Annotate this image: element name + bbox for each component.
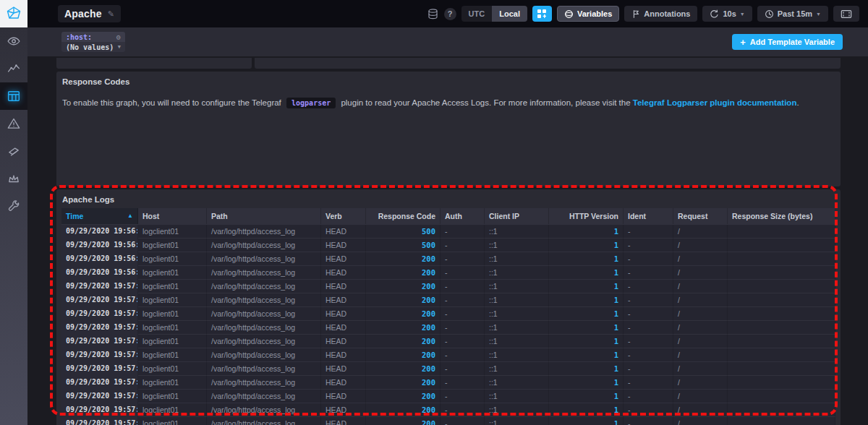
table-cell: HEAD: [321, 321, 366, 335]
table-cell: HEAD: [321, 307, 366, 321]
table-cell: 200: [366, 348, 441, 362]
column-header-response-size-bytes-[interactable]: Response Size (bytes): [728, 208, 835, 224]
presentation-mode-button[interactable]: [833, 6, 859, 22]
help-button[interactable]: ?: [444, 8, 456, 20]
table-cell: -: [441, 403, 485, 417]
column-header-host[interactable]: Host: [138, 208, 207, 224]
chevron-down-icon: ▼: [118, 44, 121, 50]
table-cell: ::1: [485, 307, 549, 321]
annotations-button[interactable]: Annotations: [624, 6, 697, 22]
refresh-interval-label: 10s: [723, 9, 736, 18]
local-toggle-button[interactable]: Local: [492, 6, 527, 22]
table-cell: -: [441, 417, 485, 425]
table-cell: -: [624, 266, 673, 280]
auto-refresh-dropdown[interactable]: 10s ▼: [702, 6, 752, 22]
utc-toggle-button[interactable]: UTC: [461, 6, 493, 22]
table-cell: 09/29/2020 19:57:51: [61, 376, 138, 390]
template-variable-host: :host: ⚙ (No values) ▼: [61, 32, 125, 52]
table-cell: [728, 307, 835, 321]
table-cell: 09/29/2020 19:56:17: [61, 239, 138, 252]
dashboard-title-container[interactable]: Apache ✎: [58, 5, 121, 22]
column-header-ident[interactable]: Ident: [624, 208, 673, 224]
edit-pencil-icon[interactable]: ✎: [108, 9, 114, 19]
sidebar-item-log-viewer[interactable]: [0, 137, 27, 165]
crown-icon: [7, 172, 20, 185]
template-variable-value: (No values): [66, 43, 114, 51]
table-cell: ::1: [485, 417, 549, 425]
database-icon: [427, 8, 439, 20]
table-cell: 200: [366, 390, 441, 403]
sources-button[interactable]: [427, 8, 439, 20]
table-row: 09/29/2020 19:57:49logclient01/var/log/h…: [61, 306, 835, 320]
column-header-http-version[interactable]: HTTP Version: [549, 208, 624, 224]
column-header-response-code[interactable]: Response Code: [366, 208, 441, 224]
table-cell: 1: [549, 252, 624, 266]
table-cell: 09/29/2020 19:57:49: [61, 307, 138, 321]
table-cell: 200: [366, 403, 441, 417]
table-cell: logclient01: [138, 403, 207, 417]
table-cell: HEAD: [321, 280, 366, 293]
telegraf-docs-link[interactable]: Telegraf Logparser plugin documentation: [633, 98, 797, 107]
table-cell: /: [673, 293, 728, 307]
sort-ascending-icon: ▲: [127, 208, 133, 224]
chronograf-logo[interactable]: [0, 0, 27, 27]
table-cell: 09/29/2020 19:57:51: [61, 417, 138, 425]
table-cell: /: [673, 376, 728, 390]
dashboard-title: Apache: [64, 8, 102, 20]
table-row: 09/29/2020 19:57:49logclient01/var/log/h…: [61, 293, 835, 306]
table-cell: -: [441, 266, 485, 280]
table-cell: HEAD: [321, 390, 366, 403]
side-navigation: [0, 27, 27, 425]
table-cell: -: [624, 376, 673, 390]
template-variable-name: :host:: [66, 33, 92, 41]
table-cell: 1: [549, 266, 624, 280]
column-header-client-ip[interactable]: Client IP: [485, 208, 549, 224]
sidebar-item-data-explorer[interactable]: [0, 55, 27, 82]
table-cell: [728, 403, 835, 417]
column-header-verb[interactable]: Verb: [321, 208, 366, 224]
add-cell-button[interactable]: [532, 6, 552, 22]
apache-logs-panel: Apache Logs Time▲HostPathVerbResponse Co…: [56, 189, 841, 425]
message-text-before: To enable this graph, you will need to c…: [62, 98, 281, 107]
table-cell: [728, 417, 835, 425]
template-variable-name-row[interactable]: :host: ⚙: [61, 32, 125, 42]
table-cell: 1: [549, 239, 624, 252]
table-cell: -: [441, 307, 485, 321]
table-cell: [728, 280, 835, 293]
message-text-after: .: [796, 98, 799, 107]
template-variable-value-dropdown[interactable]: (No values) ▼: [61, 42, 125, 52]
table-cell: logclient01: [138, 390, 207, 403]
table-cell: [728, 390, 835, 403]
table-cell: 500: [366, 225, 441, 239]
table-cell: /: [673, 307, 728, 321]
column-header-time[interactable]: Time▲: [61, 208, 138, 224]
table-cell: 1: [549, 321, 624, 335]
chevron-down-icon: ▼: [816, 12, 821, 17]
sidebar-item-alerting[interactable]: [0, 110, 27, 137]
table-cell: 1: [549, 335, 624, 348]
sidebar-item-host-list[interactable]: [0, 27, 27, 55]
table-cell: /var/log/httpd/access_log: [207, 348, 321, 362]
table-cell: HEAD: [321, 417, 366, 425]
gear-icon[interactable]: ⚙: [116, 33, 121, 41]
table-cell: -: [441, 335, 485, 348]
table-cell: 1: [549, 225, 624, 239]
table-cell: ::1: [485, 293, 549, 307]
table-cell: /var/log/httpd/access_log: [207, 307, 321, 321]
wrench-icon: [7, 199, 20, 212]
table-cell: logclient01: [138, 321, 207, 335]
sidebar-item-dashboards[interactable]: [0, 82, 27, 110]
column-header-request[interactable]: Request: [673, 208, 728, 224]
table-cell: /: [673, 252, 728, 266]
variables-button[interactable]: Variables: [557, 6, 619, 22]
sidebar-item-configuration[interactable]: [0, 192, 27, 220]
column-header-auth[interactable]: Auth: [441, 208, 485, 224]
add-template-variable-button[interactable]: + Add Template Variable: [732, 34, 843, 50]
table-cell: [728, 321, 835, 335]
sidebar-item-admin[interactable]: [0, 165, 27, 192]
table-cell: HEAD: [321, 239, 366, 252]
column-header-path[interactable]: Path: [207, 208, 321, 224]
table-row: 09/29/2020 19:56:12logclient01/var/log/h…: [61, 224, 835, 238]
time-range-dropdown[interactable]: Past 15m ▼: [757, 6, 828, 22]
table-cell: logclient01: [138, 376, 207, 390]
